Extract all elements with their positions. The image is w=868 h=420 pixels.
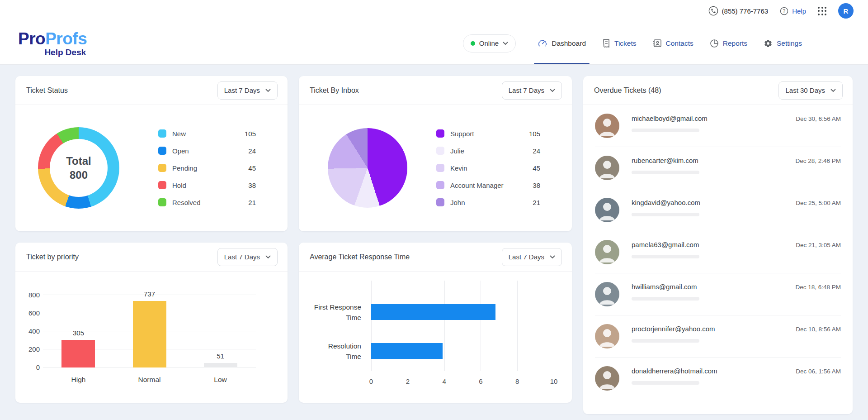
x-axis-category-label: Normal (138, 376, 161, 384)
online-status-dropdown[interactable]: Online (463, 34, 516, 52)
bar-value-label: 305 (73, 329, 84, 337)
overdue-ticket-row[interactable]: rubencarter@kim.com Dec 28, 2:46 PM (595, 147, 841, 189)
ticket-by-inbox-pie-chart (328, 128, 407, 208)
overdue-range-dropdown[interactable]: Last 30 Days (778, 81, 843, 100)
nav-tab-reports[interactable]: Reports (702, 22, 755, 64)
nav-tab-tickets[interactable]: Tickets (594, 22, 645, 64)
contact-email: rubencarter@kim.com (632, 157, 699, 164)
legend-swatch (436, 129, 444, 138)
legend-label: John (450, 199, 465, 206)
legend-value: 21 (533, 199, 540, 206)
priority-range-dropdown[interactable]: Last 7 Days (217, 248, 278, 266)
overdue-ticket-row[interactable]: kingdavid@yahoo.com Dec 25, 5:00 AM (595, 189, 841, 231)
legend-row: Open 24 (158, 142, 256, 159)
dashboard-content: Ticket Status Last 7 Days Total 800 (0, 65, 868, 420)
legend-value: 45 (533, 164, 540, 172)
x-axis-category-label: High (71, 376, 86, 384)
donut-total-label: Total (66, 154, 91, 168)
person-silhouette-icon (595, 282, 619, 306)
overdue-timestamp: Dec 30, 6:56 AM (796, 114, 841, 122)
ticket-by-priority-title: Ticket by priority (26, 253, 79, 261)
nav-tab-contacts[interactable]: Contacts (645, 22, 702, 64)
chevron-down-icon (265, 89, 271, 92)
contact-email: kingdavid@yahoo.com (632, 199, 700, 206)
contact-avatar (595, 366, 619, 391)
legend-value: 38 (248, 181, 256, 189)
online-status-label: Online (479, 39, 499, 47)
nav-tab-settings[interactable]: Settings (755, 22, 810, 64)
legend-row: John 21 (436, 194, 540, 211)
nav-tab-dashboard[interactable]: Dashboard (529, 22, 594, 64)
logo-wordmark: ProProfs (18, 30, 87, 47)
ticket-status-range-dropdown[interactable]: Last 7 Days (217, 81, 278, 100)
legend-swatch (436, 181, 444, 189)
legend-label: Account Manager (450, 181, 504, 189)
overdue-row-main: pamela63@gmail.com (632, 240, 699, 258)
donut-center: Total 800 (50, 139, 108, 197)
overdue-ticket-row[interactable]: proctorjennifer@yahoo.com Dec 10, 8:56 A… (595, 315, 841, 358)
contact-email: proctorjennifer@yahoo.com (632, 325, 715, 333)
y-axis-tick-label: 0 (36, 363, 40, 372)
legend-row: Account Manager 38 (436, 177, 540, 194)
legend-label: Support (450, 130, 474, 138)
overdue-timestamp: Dec 28, 2:46 PM (795, 156, 841, 164)
contact-avatar (595, 114, 619, 138)
subject-placeholder-bar (632, 213, 699, 216)
reports-icon (710, 39, 719, 48)
bar-value-label: 51 (217, 352, 224, 360)
legend-value: 21 (248, 199, 256, 206)
legend-value: 24 (533, 147, 540, 155)
legend-swatch (158, 181, 166, 189)
nav-tab-label: Contacts (666, 39, 693, 48)
overdue-ticket-row[interactable]: pamela63@gmail.com Dec 21, 3:05 AM (595, 231, 841, 273)
help-icon: ? (780, 7, 788, 15)
main-nav: Dashboard Tickets (529, 22, 810, 64)
app-header: ProProfs Help Desk Online Dashboard (0, 22, 868, 65)
bar-value-label: 737 (144, 290, 155, 298)
help-label: Help (792, 7, 806, 15)
legend-row: Resolved 21 (158, 194, 256, 211)
response-range-dropdown[interactable]: Last 7 Days (502, 248, 562, 266)
tickets-icon (602, 39, 610, 48)
contact-avatar (595, 240, 619, 264)
legend-value: 105 (245, 130, 256, 138)
person-silhouette-icon (595, 198, 619, 222)
proprofs-helpdesk-dashboard: (855) 776-7763 ? Help R ProProfs Help De… (0, 0, 868, 420)
subject-placeholder-bar (632, 255, 699, 258)
legend-value: 45 (248, 164, 256, 172)
overdue-timestamp: Dec 06, 1:56 AM (796, 366, 841, 375)
apps-grid-icon[interactable] (818, 7, 826, 15)
help-link[interactable]: ? Help (780, 7, 806, 15)
legend-label: Pending (172, 164, 197, 172)
subject-placeholder-bar (632, 171, 699, 174)
contact-email: michaelboyd@gmail.com (632, 115, 708, 122)
subject-placeholder-bar (632, 381, 699, 385)
person-silhouette-icon (595, 156, 619, 180)
phone-icon (708, 6, 718, 16)
overdue-row-main: proctorjennifer@yahoo.com (632, 324, 715, 343)
ticket-by-priority-card: Ticket by priority Last 7 Days 020040060… (15, 243, 288, 403)
legend-swatch (158, 129, 166, 138)
legend-value: 105 (529, 130, 540, 138)
overdue-ticket-row[interactable]: hwilliams@gmail.com Dec 18, 6:48 PM (595, 273, 841, 315)
svg-text:?: ? (783, 9, 786, 14)
nav-tab-label: Dashboard (552, 39, 586, 48)
proprofs-logo[interactable]: ProProfs Help Desk (18, 30, 87, 57)
user-avatar[interactable]: R (838, 3, 854, 19)
legend-row: Kevin 45 (436, 159, 540, 177)
dashboard-icon (538, 38, 547, 48)
overdue-row-main: michaelboyd@gmail.com (632, 114, 708, 132)
ticket-status-card: Ticket Status Last 7 Days Total 800 (15, 76, 288, 231)
nav-tab-label: Tickets (614, 39, 637, 48)
legend-label: New (172, 130, 186, 138)
y-axis-category-label: First ResponseTime (308, 301, 361, 323)
ticket-status-title: Ticket Status (26, 86, 68, 95)
legend-label: Julie (450, 147, 464, 155)
overdue-ticket-row[interactable]: donaldherrera@hotmail.com Dec 06, 1:56 A… (595, 358, 841, 400)
legend-row: Hold 38 (158, 177, 256, 194)
overdue-ticket-row[interactable]: michaelboyd@gmail.com Dec 30, 6:56 AM (595, 105, 841, 147)
chevron-down-icon (550, 89, 555, 92)
phone-contact: (855) 776-7763 (708, 6, 769, 16)
ticket-by-inbox-range-dropdown[interactable]: Last 7 Days (502, 81, 562, 100)
phone-number: (855) 776-7763 (722, 7, 769, 15)
